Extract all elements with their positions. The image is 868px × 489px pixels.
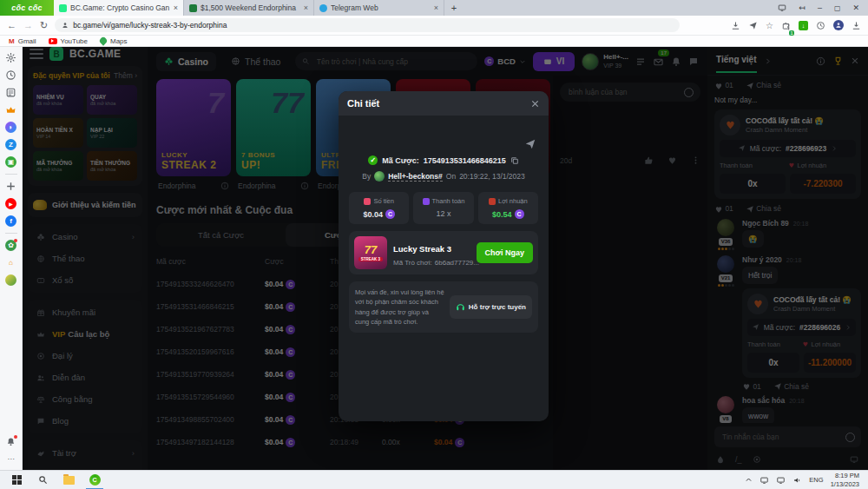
back-button[interactable]: ← (7, 20, 16, 30)
avatar[interactable] (717, 255, 734, 273)
games-icon[interactable]: ▣ (5, 156, 16, 168)
heart-icon[interactable] (667, 155, 677, 165)
comment-input[interactable] (567, 87, 679, 97)
bet-list-icon[interactable] (635, 56, 646, 67)
like-button[interactable]: 01 (714, 81, 733, 90)
rain-icon[interactable] (716, 455, 725, 464)
popup-arrow-icon[interactable]: ↤ (799, 3, 806, 12)
sidebar-item-promotions[interactable]: Khuyến mãi (28, 301, 142, 323)
notifications-bell-icon[interactable] (5, 436, 16, 447)
kebab-menu-icon[interactable] (691, 155, 700, 165)
like-button[interactable]: 01 (714, 204, 733, 214)
youtube-app-icon[interactable]: ▶ (5, 198, 16, 209)
sidebar-item-casino[interactable]: Casino› (28, 226, 142, 248)
sidebar-item-vip-club[interactable]: VIPCâu lạc bộ (28, 323, 142, 345)
shop-cart-icon[interactable]: ⌂ (5, 257, 16, 268)
new-tab-button[interactable]: + (444, 0, 464, 16)
copy-icon[interactable] (510, 156, 519, 165)
sidebar-item-fairness[interactable]: Công bằng (28, 388, 142, 410)
crash-bet-card[interactable]: COCOđã lấy tất cả! 😭Crash Damn Moment Mã… (714, 109, 861, 199)
game-card-7-bonus-up[interactable]: 77 7 BONUSUP! Endorphina (236, 79, 311, 195)
vip-tile-quests[interactable]: NHIỆM VỤđã mở khóa (33, 85, 83, 115)
info-icon[interactable] (220, 182, 229, 190)
game-card-lucky-streak-2[interactable]: 7 LUCKYSTREAK 2 Endorphina (156, 79, 231, 195)
chevron-right-icon[interactable] (764, 57, 772, 65)
sidebar-item-lottery[interactable]: Xổ số (28, 269, 142, 291)
game-search[interactable] (295, 52, 477, 70)
info-icon[interactable] (300, 182, 309, 190)
sidebar-item-sports[interactable]: Thể thao (28, 248, 142, 269)
player-name[interactable]: Hell+-beckons# (388, 172, 443, 182)
live-support-button[interactable]: Hỗ trợ trực tuyến (450, 295, 532, 319)
nav-tab-casino[interactable]: Casino (156, 52, 216, 71)
sidebar-item-sponsorship[interactable]: Tài trợ› (28, 442, 142, 464)
settings-gear-icon[interactable] (5, 52, 16, 63)
downloader-extension-icon[interactable]: ↓ (799, 21, 808, 30)
screen-record-icon[interactable] (776, 476, 786, 485)
tab-close-icon[interactable]: × (434, 3, 438, 12)
extensions-icon[interactable]: 1 (781, 17, 791, 33)
vip-more-link[interactable]: Thêm › (114, 71, 137, 80)
bookmark-youtube[interactable]: YouTube (49, 37, 88, 45)
file-explorer-icon[interactable] (56, 471, 82, 489)
tab-all-bets[interactable]: Tất cả Cược (156, 223, 286, 247)
avatar[interactable] (717, 396, 734, 413)
clock[interactable]: 8:19 PM1/13/2023 (831, 472, 859, 488)
zalo-icon[interactable]: Z (5, 139, 16, 150)
gif-icon[interactable] (753, 455, 761, 464)
save-page-icon[interactable] (731, 21, 740, 30)
like-button[interactable]: 01 (742, 382, 761, 392)
taskbar-search-icon[interactable] (30, 471, 56, 489)
tab-close-icon[interactable]: × (304, 3, 308, 12)
game-thumbnail[interactable]: 77 STREAK 3 (354, 236, 387, 269)
vip-tile-bonus-code[interactable]: MÃ THƯỞNGđã mở khóa (33, 151, 83, 181)
coccoc-logo[interactable]: cốc cốc (0, 0, 54, 16)
sidebar-item-forum[interactable]: Diễn đàn (28, 367, 142, 388)
referral-banner[interactable]: Giới thiệu và kiếm tiền (28, 193, 142, 217)
pixel-game-icon[interactable] (5, 274, 16, 286)
cast-icon[interactable] (778, 3, 786, 12)
vip-crown-icon[interactable] (5, 104, 16, 116)
chat-toggle-icon[interactable] (688, 56, 699, 67)
share-icon[interactable] (748, 21, 758, 30)
chat-language-tab[interactable]: Tiếng việt (716, 55, 757, 68)
sidebar-item-live-support[interactable]: Hỗ trợ trực tuyến (28, 464, 142, 470)
chat-input-box[interactable] (714, 426, 861, 447)
network-monitor-icon[interactable] (760, 476, 769, 485)
bookmark-maps[interactable]: Maps (100, 37, 128, 45)
modal-close-icon[interactable] (530, 99, 540, 109)
share-button[interactable]: Chia sẻ (746, 81, 781, 90)
downloads-tray-icon[interactable] (852, 21, 861, 30)
more-options-icon[interactable]: ⋯ (5, 453, 16, 465)
add-app-icon[interactable] (5, 181, 16, 192)
close-window-button[interactable]: ✕ (852, 3, 859, 12)
currency-selector[interactable]: C BCD (484, 56, 526, 66)
share-button[interactable]: Chia sẻ (773, 382, 809, 392)
sidebar-item-blog[interactable]: Blog (28, 410, 142, 432)
like-thumb-icon[interactable] (644, 155, 654, 165)
share-bet-icon[interactable] (524, 138, 536, 150)
sync-icon[interactable] (816, 21, 825, 30)
chat-message-input[interactable] (720, 432, 841, 442)
user-profile[interactable]: Hell+-...VIP 39 (582, 53, 628, 70)
bet-id-row[interactable]: Mã cược:#228696923 (720, 140, 856, 157)
forward-button[interactable]: → (23, 20, 33, 30)
tab-telegram[interactable]: Telegram Web × (314, 0, 444, 16)
chat-info-icon[interactable] (816, 56, 825, 66)
input-language[interactable]: ENG (809, 476, 823, 484)
bell-icon[interactable] (671, 56, 681, 67)
garden-app-icon[interactable]: ✿ (5, 240, 16, 251)
share-button[interactable]: Chia sẻ (746, 204, 781, 214)
vip-tile-cashback[interactable]: HOÀN TIỀN XVIP 14 (33, 118, 83, 148)
facebook-app-icon[interactable]: f (5, 215, 16, 227)
sidebar-item-affiliate[interactable]: Đại lý (28, 345, 142, 367)
messenger-icon[interactable]: ◗ (5, 122, 16, 133)
mail-icon[interactable]: 17 (653, 54, 664, 69)
keyboard-icon[interactable] (849, 455, 859, 464)
minimize-button[interactable]: – (818, 3, 822, 12)
tab-endorphina-promo[interactable]: $1,500 Weekend Endorphina × (184, 0, 314, 16)
bet-id-row[interactable]: Mã cược:#228696026 (747, 319, 856, 336)
tab-bcgame[interactable]: BC.Game: Crypto Casino Gan × (54, 0, 184, 16)
chat-close-icon[interactable] (851, 56, 859, 65)
bookmark-star-icon[interactable]: ☆ (766, 21, 773, 30)
